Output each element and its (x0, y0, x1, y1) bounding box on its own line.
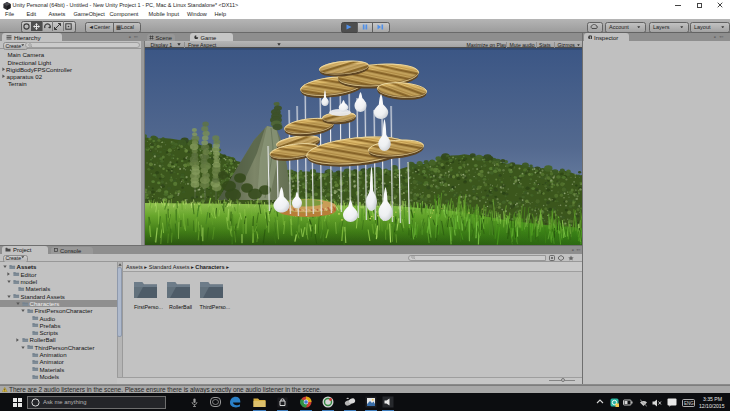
svg-text:ENG: ENG (684, 400, 694, 405)
